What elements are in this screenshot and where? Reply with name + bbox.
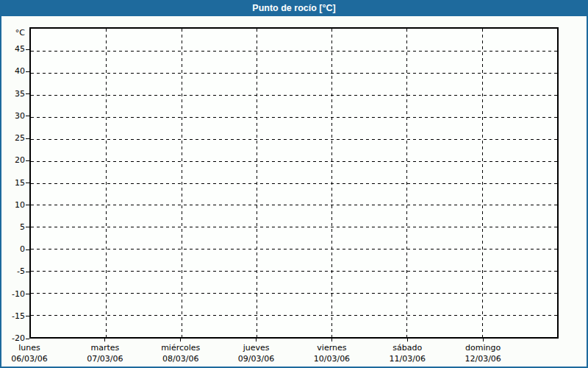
y-axis-tick	[26, 71, 29, 72]
day-date: 10/03/06	[295, 353, 368, 364]
day-name: martes	[68, 342, 142, 353]
chart-window: Punto de rocío [°C] 454035302520151050-5…	[0, 0, 588, 368]
day-date: 08/03/06	[144, 353, 218, 364]
y-gridline	[31, 205, 557, 205]
y-axis-tick	[26, 183, 29, 183]
y-axis-tick-label: -10	[0, 289, 25, 300]
frame-border-left	[0, 16, 1, 368]
x-axis-day-label: martes07/03/06	[68, 342, 142, 364]
day-date: 07/03/06	[68, 353, 142, 364]
y-axis-tick	[26, 227, 29, 227]
y-axis-tick	[26, 116, 29, 116]
day-date: 11/03/06	[370, 353, 444, 364]
x-axis-day-label: miércoles08/03/06	[144, 342, 218, 364]
y-axis-tick-label: 35	[0, 89, 25, 99]
day-date: 12/03/06	[446, 353, 520, 364]
day-name: viernes	[295, 342, 368, 353]
x-axis-day-label: lunes06/03/06	[0, 342, 66, 364]
y-axis-tick	[26, 93, 29, 94]
day-name: jueves	[220, 342, 293, 353]
day-name: lunes	[0, 342, 66, 353]
y-gridline	[31, 271, 557, 272]
y-axis-tick	[26, 294, 29, 294]
x-axis-tick	[483, 339, 484, 342]
x-axis-day-label: domingo12/03/06	[446, 342, 520, 364]
x-gridline	[106, 29, 107, 337]
y-gridline	[31, 73, 557, 74]
y-axis-tick-label: -5	[0, 266, 25, 277]
plot-area	[29, 27, 559, 339]
y-axis-tick	[26, 138, 29, 139]
y-axis-unit-label: °C	[0, 28, 25, 38]
y-gridline	[31, 183, 557, 184]
day-date: 09/03/06	[220, 353, 293, 364]
y-axis-tick	[26, 316, 29, 316]
y-gridline	[31, 161, 557, 162]
y-axis-tick	[26, 49, 29, 50]
y-axis-tick	[26, 205, 29, 205]
x-gridline	[482, 29, 483, 337]
x-axis-day-label: viernes10/03/06	[295, 342, 368, 364]
chart-title: Punto de rocío [°C]	[252, 3, 335, 13]
y-axis-tick	[26, 250, 29, 250]
y-axis-tick-label: 40	[0, 66, 25, 77]
day-name: miércoles	[144, 342, 218, 353]
y-gridline	[31, 315, 557, 316]
y-gridline	[31, 227, 557, 227]
day-name: sábado	[370, 342, 444, 353]
x-axis-day-label: jueves09/03/06	[220, 342, 293, 364]
y-axis-tick-label: 25	[0, 133, 25, 144]
x-axis-day-label: sábado11/03/06	[370, 342, 444, 364]
x-axis-tick	[407, 339, 408, 342]
chart-title-bar: Punto de rocío [°C]	[0, 0, 588, 16]
y-axis-tick-label: 5	[0, 222, 25, 233]
y-axis-tick	[26, 339, 29, 339]
y-gridline	[31, 51, 557, 52]
y-axis-tick-label: 15	[0, 178, 25, 188]
day-date: 06/03/06	[0, 353, 66, 364]
y-gridline	[31, 293, 557, 294]
y-axis-tick-label: 20	[0, 155, 25, 166]
y-gridline	[31, 249, 557, 250]
x-gridline	[257, 29, 257, 337]
y-axis-tick-label: 30	[0, 111, 25, 121]
y-axis-tick	[26, 272, 29, 272]
y-axis-tick-label: 10	[0, 200, 25, 210]
y-axis-tick	[26, 160, 29, 161]
x-axis-tick	[256, 339, 257, 342]
y-axis-tick-label: 0	[0, 244, 25, 255]
y-gridline	[31, 95, 557, 96]
x-gridline	[406, 29, 407, 337]
x-axis-tick	[331, 339, 332, 342]
x-axis-tick	[180, 339, 181, 342]
day-name: domingo	[446, 342, 520, 353]
x-gridline	[182, 29, 182, 337]
x-axis-tick	[104, 339, 105, 342]
chart-canvas: 454035302520151050-5-10-15-20°Clunes06/0…	[0, 16, 588, 368]
x-gridline	[331, 29, 332, 337]
y-axis-tick-label: -15	[0, 311, 25, 322]
y-gridline	[31, 139, 557, 140]
y-axis-tick-label: 45	[0, 44, 25, 54]
y-gridline	[31, 117, 557, 118]
